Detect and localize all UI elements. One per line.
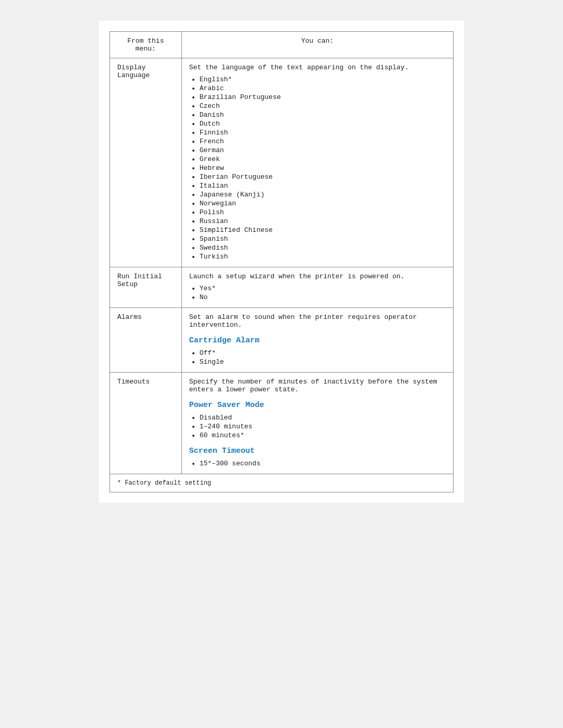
table-row: Run Initial SetupLaunch a setup wizard w… [110, 267, 454, 308]
list-item: Off* [200, 349, 446, 357]
list-item: French [200, 138, 446, 145]
list-item: Finnish [200, 129, 446, 137]
list-item: Russian [200, 217, 446, 225]
item-list-run-initial-setup: Yes*No [200, 285, 446, 301]
section-heading: Power Saver Mode [189, 401, 446, 410]
row-label-timeouts: Timeouts [110, 373, 182, 474]
row-content-alarms: Set an alarm to sound when the printer r… [181, 308, 453, 373]
list-item: Disabled [200, 414, 446, 422]
list-item: No [200, 293, 446, 301]
list-item: German [200, 146, 446, 154]
row-content-run-initial-setup: Launch a setup wizard when the printer i… [181, 267, 453, 308]
row-content-display-language: Set the language of the text appearing o… [181, 58, 453, 267]
list-item: Hebrew [200, 164, 446, 172]
list-item: Iberian Portuguese [200, 173, 446, 181]
row-description-timeouts: Specify the number of minutes of inactiv… [189, 378, 446, 393]
list-item: 60 minutes* [200, 431, 446, 439]
table-row: Display LanguageSet the language of the … [110, 58, 454, 267]
list-item: Italian [200, 182, 446, 190]
list-item: Simplified Chinese [200, 226, 446, 234]
page-container: From this menu: You can: Display Languag… [99, 21, 464, 503]
list-item: Norwegian [200, 200, 446, 207]
footer-text: * Factory default setting [110, 474, 454, 492]
table-row: TimeoutsSpecify the number of minutes of… [110, 373, 454, 474]
row-label-run-initial-setup: Run Initial Setup [110, 267, 182, 308]
section-heading: Cartridge Alarm [189, 336, 446, 345]
list-item: Japanese (Kanji) [200, 191, 446, 199]
row-description-run-initial-setup: Launch a setup wizard when the printer i… [189, 273, 446, 280]
list-item: 1–240 minutes [200, 423, 446, 430]
row-description-alarms: Set an alarm to sound when the printer r… [189, 313, 446, 329]
list-item: Spanish [200, 235, 446, 243]
list-item: Brazilian Portuguese [200, 93, 446, 101]
list-item: Swedish [200, 244, 446, 252]
section-list: Off*Single [200, 349, 446, 366]
table-row: AlarmsSet an alarm to sound when the pri… [110, 308, 454, 373]
row-description-display-language: Set the language of the text appearing o… [189, 64, 446, 71]
list-item: Yes* [200, 285, 446, 292]
table-header-row: From this menu: You can: [110, 32, 454, 58]
section-list: 15*–300 seconds [200, 460, 446, 467]
list-item: Turkish [200, 253, 446, 261]
table-footer-row: * Factory default setting [110, 474, 454, 492]
list-item: Single [200, 358, 446, 366]
item-list-display-language: English*ArabicBrazilian PortugueseCzechD… [200, 76, 446, 261]
header-col1: From this menu: [110, 32, 182, 58]
section-list: Disabled1–240 minutes60 minutes* [200, 414, 446, 439]
main-table: From this menu: You can: Display Languag… [109, 31, 454, 492]
list-item: Polish [200, 208, 446, 216]
list-item: English* [200, 76, 446, 83]
list-item: Danish [200, 111, 446, 119]
row-content-timeouts: Specify the number of minutes of inactiv… [181, 373, 453, 474]
list-item: Greek [200, 155, 446, 163]
row-label-display-language: Display Language [110, 58, 182, 267]
list-item: Dutch [200, 120, 446, 128]
header-col2: You can: [181, 32, 453, 58]
list-item: 15*–300 seconds [200, 460, 446, 467]
list-item: Arabic [200, 84, 446, 92]
section-heading: Screen Timeout [189, 447, 446, 455]
list-item: Czech [200, 102, 446, 110]
row-label-alarms: Alarms [110, 308, 182, 373]
